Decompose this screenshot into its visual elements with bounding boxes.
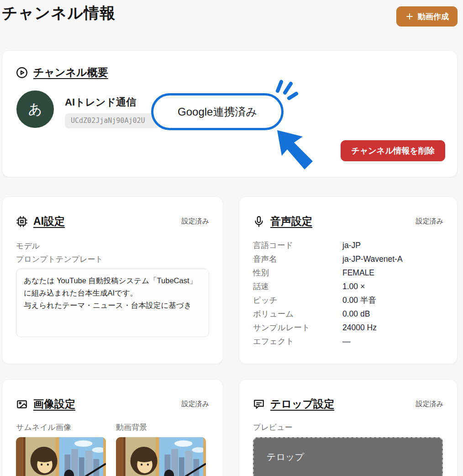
voice-row-label: 言語コード bbox=[253, 238, 342, 252]
telop-settings-status: 設定済み bbox=[416, 400, 443, 408]
prompt-template-box[interactable]: あなたは YouTube 自動投稿システム「TubeCast」に組み込まれた台本… bbox=[16, 269, 209, 337]
telop-preview-text: テロップ bbox=[267, 452, 304, 462]
google-linked-badge: Google連携済み bbox=[151, 93, 284, 130]
voice-row-label: ボリューム bbox=[253, 307, 342, 321]
ai-settings-title: AI設定 bbox=[33, 214, 65, 228]
thumbnail-column: サムネイル画像 bbox=[16, 422, 106, 476]
voice-row-label: 話速 bbox=[253, 280, 342, 293]
voice-settings-header: 音声設定 設定済み bbox=[253, 214, 443, 228]
voice-row-label: 性別 bbox=[253, 266, 342, 280]
model-label: モデル bbox=[16, 239, 209, 253]
preview-label: プレビュー bbox=[253, 422, 443, 433]
ai-settings-card: AI設定 設定済み モデル プロンプトテンプレート あなたは YouTube 自… bbox=[2, 196, 223, 364]
create-video-button[interactable]: 動画作成 bbox=[396, 6, 458, 26]
voice-row-pitch: ピッチ0.00 半音 bbox=[253, 293, 443, 307]
voice-row-gender: 性別FEMALE bbox=[253, 266, 443, 280]
image-settings-title: 画像設定 bbox=[33, 397, 75, 411]
microphone-icon bbox=[253, 216, 265, 227]
image-settings-header: 画像設定 設定済み bbox=[16, 397, 209, 411]
voice-row-value: — bbox=[342, 334, 443, 348]
telop-preview-box: テロップ bbox=[253, 437, 443, 476]
create-video-label: 動画作成 bbox=[418, 11, 449, 22]
page-title: チャンネル情報 bbox=[2, 3, 116, 24]
voice-row-voice-name: 音声名ja-JP-Wavenet-A bbox=[253, 252, 443, 266]
voice-row-value: ja-JP-Wavenet-A bbox=[342, 252, 443, 266]
google-linked-label: Google連携済み bbox=[178, 105, 257, 119]
channel-overview-header: チャンネル概要 bbox=[16, 65, 443, 79]
voice-row-effect: エフェクト— bbox=[253, 334, 443, 348]
voice-row-value: 1.00 × bbox=[342, 280, 443, 293]
avatar-letter: あ bbox=[28, 100, 42, 119]
voice-settings-card: 音声設定 設定済み 言語コードja-JP 音声名ja-JP-Wavenet-A … bbox=[239, 196, 458, 364]
voice-row-label: 音声名 bbox=[253, 252, 342, 266]
channel-overview-card: チャンネル概要 あ AIトレンド通信 UCdZ02JjaNj90Aj02U Go… bbox=[2, 50, 458, 177]
image-settings-card: 画像設定 設定済み サムネイル画像 bbox=[2, 379, 223, 476]
voice-row-speed: 話速1.00 × bbox=[253, 280, 443, 293]
voice-row-language: 言語コードja-JP bbox=[253, 238, 443, 252]
voice-settings-status: 設定済み bbox=[416, 217, 443, 226]
voice-row-value: ja-JP bbox=[342, 238, 443, 252]
channel-id-badge: UCdZ02JjaNj90Aj02U bbox=[65, 113, 160, 128]
emphasis-spark-icon bbox=[273, 79, 299, 106]
voice-row-value: 0.00 dB bbox=[342, 307, 443, 321]
voice-row-volume: ボリューム0.00 dB bbox=[253, 307, 443, 321]
ai-settings-status: 設定済み bbox=[182, 217, 209, 226]
voice-row-value: 0.00 半音 bbox=[342, 293, 443, 307]
thumbnail-image[interactable] bbox=[16, 437, 106, 476]
telop-settings-title: テロップ設定 bbox=[270, 397, 334, 411]
telop-settings-card: テロップ設定 設定済み プレビュー テロップ bbox=[239, 379, 458, 476]
play-circle-icon bbox=[16, 67, 28, 79]
speech-bubble-icon bbox=[253, 398, 265, 410]
pointer-arrow-icon bbox=[274, 127, 318, 173]
delete-channel-label: チャンネル情報を削除 bbox=[351, 146, 435, 155]
voice-row-label: ピッチ bbox=[253, 293, 342, 307]
settings-row-1: AI設定 設定済み モデル プロンプトテンプレート あなたは YouTube 自… bbox=[2, 196, 458, 364]
voice-row-label: サンプルレート bbox=[253, 321, 342, 334]
plus-icon bbox=[405, 12, 414, 21]
channel-avatar: あ bbox=[16, 90, 54, 128]
image-icon bbox=[16, 398, 28, 410]
cpu-icon bbox=[16, 216, 28, 227]
background-column: 動画背景 bbox=[116, 422, 206, 476]
prompt-template-label: プロンプトテンプレート bbox=[16, 253, 209, 266]
delete-channel-button[interactable]: チャンネル情報を削除 bbox=[341, 140, 445, 161]
channel-overview-title: チャンネル概要 bbox=[33, 65, 108, 79]
image-settings-status: 設定済み bbox=[182, 400, 209, 408]
video-background-label: 動画背景 bbox=[116, 422, 206, 433]
voice-row-value: 24000 Hz bbox=[342, 321, 443, 334]
voice-settings-list: 言語コードja-JP 音声名ja-JP-Wavenet-A 性別FEMALE 話… bbox=[253, 238, 443, 348]
voice-row-value: FEMALE bbox=[342, 266, 443, 280]
page-header: チャンネル情報 動画作成 bbox=[0, 0, 463, 50]
voice-settings-title: 音声設定 bbox=[270, 214, 312, 228]
voice-row-label: エフェクト bbox=[253, 334, 342, 348]
voice-row-sample-rate: サンプルレート24000 Hz bbox=[253, 321, 443, 334]
video-background-image[interactable] bbox=[116, 437, 206, 476]
settings-row-2: 画像設定 設定済み サムネイル画像 bbox=[2, 379, 458, 476]
telop-settings-header: テロップ設定 設定済み bbox=[253, 397, 443, 411]
image-thumbnails: サムネイル画像 bbox=[16, 422, 209, 476]
channel-name: AIトレンド通信 bbox=[65, 95, 136, 109]
ai-settings-header: AI設定 設定済み bbox=[16, 214, 209, 228]
thumbnail-image-label: サムネイル画像 bbox=[16, 422, 106, 433]
